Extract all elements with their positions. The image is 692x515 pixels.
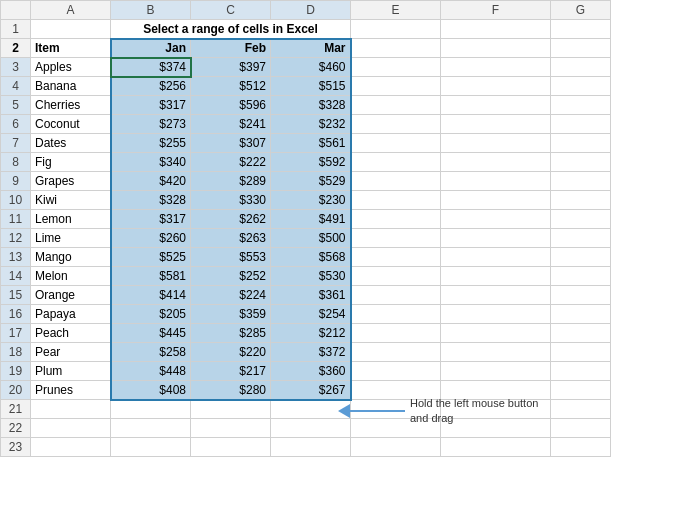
corner-cell	[1, 1, 31, 20]
row-num: 5	[1, 96, 31, 115]
col-header-g: G	[551, 1, 611, 20]
cell-b2[interactable]: Jan	[111, 39, 191, 58]
row-num: 14	[1, 267, 31, 286]
col-header-b: B	[111, 1, 191, 20]
table-row: 17 Peach $445 $285 $212	[1, 324, 611, 343]
table-row: 14 Melon $581 $252 $530	[1, 267, 611, 286]
row-num: 10	[1, 191, 31, 210]
arrow-head	[338, 404, 350, 418]
sheet-table: A B C D E F G 1 Select a range of cells …	[0, 0, 611, 457]
cell-b3[interactable]: $374	[111, 58, 191, 77]
row-num: 4	[1, 77, 31, 96]
table-row: 11 Lemon $317 $262 $491	[1, 210, 611, 229]
row-num: 7	[1, 134, 31, 153]
cell-e1[interactable]	[351, 20, 441, 39]
title-cell: Select a range of cells in Excel	[111, 20, 351, 39]
spreadsheet: A B C D E F G 1 Select a range of cells …	[0, 0, 692, 515]
row-num: 15	[1, 286, 31, 305]
row-num: 16	[1, 305, 31, 324]
col-header-a: A	[31, 1, 111, 20]
arrow-line	[350, 410, 405, 412]
table-row: 5 Cherries $317 $596 $328	[1, 96, 611, 115]
row-num: 12	[1, 229, 31, 248]
table-row: 3 Apples $374 $397 $460	[1, 58, 611, 77]
table-row: 15 Orange $414 $224 $361	[1, 286, 611, 305]
row-num: 11	[1, 210, 31, 229]
cell-a2[interactable]: Item	[31, 39, 111, 58]
table-row: 23	[1, 438, 611, 457]
cell-a3[interactable]: Apples	[31, 58, 111, 77]
table-row: 2 Item Jan Feb Mar	[1, 39, 611, 58]
cell-c2[interactable]: Feb	[191, 39, 271, 58]
cell-d3[interactable]: $460	[271, 58, 351, 77]
row-num: 3	[1, 58, 31, 77]
cell-g2[interactable]	[551, 39, 611, 58]
row-num: 21	[1, 400, 31, 419]
cell-g1[interactable]	[551, 20, 611, 39]
table-row: 19 Plum $448 $217 $360	[1, 362, 611, 381]
table-row: 18 Pear $258 $220 $372	[1, 343, 611, 362]
annotation-text: Hold the left mouse button and drag	[410, 396, 538, 427]
row-num: 9	[1, 172, 31, 191]
table-row: 16 Papaya $205 $359 $254	[1, 305, 611, 324]
row-num: 19	[1, 362, 31, 381]
cell-f1[interactable]	[441, 20, 551, 39]
cell-c3[interactable]: $397	[191, 58, 271, 77]
col-header-d: D	[271, 1, 351, 20]
row-num: 22	[1, 419, 31, 438]
row-num: 13	[1, 248, 31, 267]
row-num: 20	[1, 381, 31, 400]
cell-f2[interactable]	[441, 39, 551, 58]
cell-e2[interactable]	[351, 39, 441, 58]
table-row: 1 Select a range of cells in Excel	[1, 20, 611, 39]
table-row: 10 Kiwi $328 $330 $230	[1, 191, 611, 210]
table-row: 6 Coconut $273 $241 $232	[1, 115, 611, 134]
row-num: 17	[1, 324, 31, 343]
row-num: 18	[1, 343, 31, 362]
col-header-f: F	[441, 1, 551, 20]
table-row: 4 Banana $256 $512 $515	[1, 77, 611, 96]
cell-a4[interactable]: Banana	[31, 77, 111, 96]
row-num: 1	[1, 20, 31, 39]
table-row: 13 Mango $525 $553 $568	[1, 248, 611, 267]
table-row: 12 Lime $260 $263 $500	[1, 229, 611, 248]
row-num: 2	[1, 39, 31, 58]
table-row: 7 Dates $255 $307 $561	[1, 134, 611, 153]
cell-a1[interactable]	[31, 20, 111, 39]
cell-d2[interactable]: Mar	[271, 39, 351, 58]
col-header-e: E	[351, 1, 441, 20]
row-num: 6	[1, 115, 31, 134]
col-header-c: C	[191, 1, 271, 20]
column-header-row: A B C D E F G	[1, 1, 611, 20]
row-num: 23	[1, 438, 31, 457]
table-row: 9 Grapes $420 $289 $529	[1, 172, 611, 191]
row-num: 8	[1, 153, 31, 172]
table-row: 8 Fig $340 $222 $592	[1, 153, 611, 172]
annotation: Hold the left mouse button and drag	[338, 396, 538, 427]
